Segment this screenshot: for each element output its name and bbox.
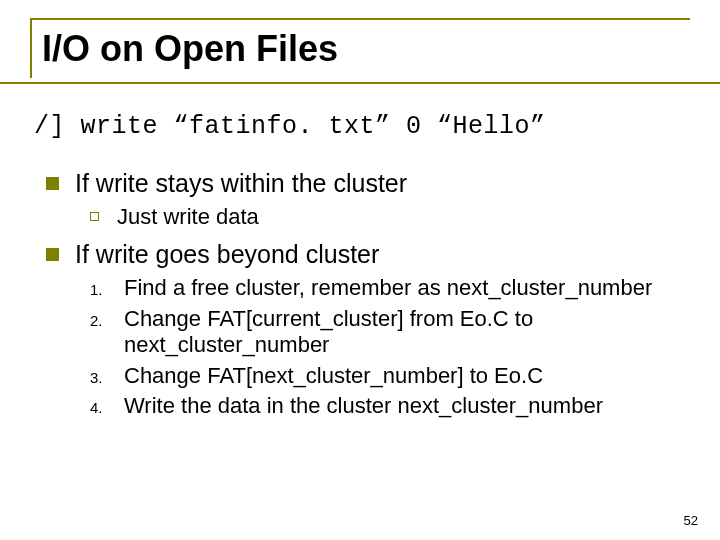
list-number: 3. bbox=[90, 369, 104, 386]
square-bullet-icon bbox=[46, 177, 59, 190]
bullet-text: If write stays within the cluster bbox=[75, 169, 407, 198]
list-number: 1. bbox=[90, 281, 104, 298]
command-line: /] write “fatinfo. txt” 0 “Hello” bbox=[34, 112, 690, 141]
sub-item: Just write data bbox=[34, 204, 690, 230]
content-area: /] write “fatinfo. txt” 0 “Hello” If wri… bbox=[30, 84, 690, 419]
numbered-item: 4. Write the data in the cluster next_cl… bbox=[34, 393, 690, 419]
numbered-item: 3. Change FAT[next_cluster_number] to Eo… bbox=[34, 363, 690, 389]
numbered-item: 1. Find a free cluster, remember as next… bbox=[34, 275, 690, 301]
list-number: 2. bbox=[90, 312, 104, 329]
numbered-text: Find a free cluster, remember as next_cl… bbox=[124, 275, 652, 301]
numbered-text: Change FAT[next_cluster_number] to Eo.C bbox=[124, 363, 543, 389]
hollow-square-icon bbox=[90, 212, 99, 221]
numbered-item: 2. Change FAT[current_cluster] from Eo.C… bbox=[34, 306, 690, 359]
list-number: 4. bbox=[90, 399, 104, 416]
slide: I/O on Open Files /] write “fatinfo. txt… bbox=[0, 0, 720, 540]
bullet-text: If write goes beyond cluster bbox=[75, 240, 379, 269]
numbered-text: Change FAT[current_cluster] from Eo.C to… bbox=[124, 306, 690, 359]
slide-title: I/O on Open Files bbox=[42, 28, 690, 70]
title-frame: I/O on Open Files bbox=[30, 18, 690, 78]
numbered-text: Write the data in the cluster next_clust… bbox=[124, 393, 603, 419]
page-number: 52 bbox=[684, 513, 698, 528]
sub-text: Just write data bbox=[117, 204, 259, 230]
square-bullet-icon bbox=[46, 248, 59, 261]
bullet-item: If write goes beyond cluster bbox=[34, 240, 690, 269]
bullet-item: If write stays within the cluster bbox=[34, 169, 690, 198]
